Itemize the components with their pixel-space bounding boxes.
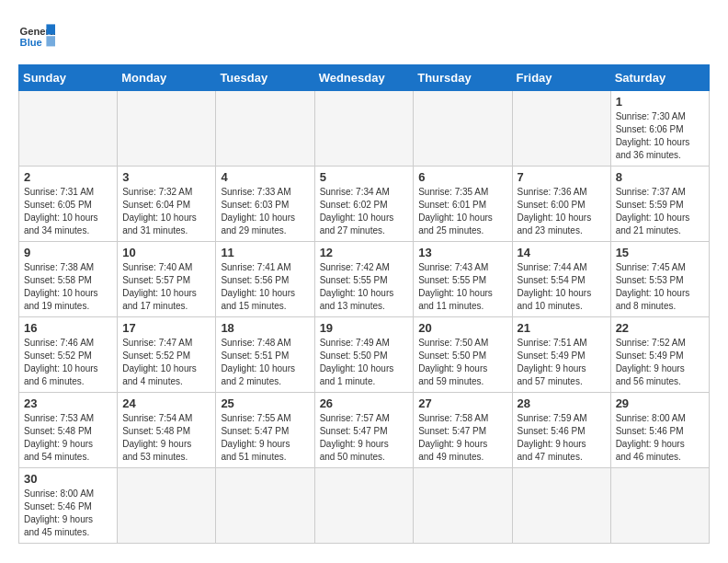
day-number: 20 [418, 321, 506, 335]
day-cell: 3Sunrise: 7:32 AM Sunset: 6:04 PM Daylig… [118, 167, 216, 242]
day-info: Sunrise: 7:32 AM Sunset: 6:04 PM Dayligh… [122, 186, 210, 237]
day-cell [314, 91, 414, 167]
calendar-table: SundayMondayTuesdayWednesdayThursdayFrid… [18, 64, 710, 544]
weekday-header-thursday: Thursday [414, 65, 512, 91]
day-number: 21 [518, 321, 606, 335]
day-number: 13 [418, 246, 506, 259]
day-number: 22 [616, 321, 704, 335]
day-cell [314, 468, 414, 544]
day-number: 14 [518, 246, 606, 259]
day-info: Sunrise: 7:55 AM Sunset: 5:47 PM Dayligh… [221, 412, 309, 464]
day-cell: 5Sunrise: 7:34 AM Sunset: 6:02 PM Daylig… [314, 167, 414, 242]
day-cell [610, 468, 709, 544]
weekday-header-sunday: Sunday [19, 65, 118, 91]
logo-icon: General Blue [18, 18, 55, 55]
day-info: Sunrise: 7:37 AM Sunset: 5:59 PM Dayligh… [616, 186, 704, 237]
day-number: 15 [616, 246, 704, 259]
day-cell [118, 468, 216, 544]
day-number: 7 [518, 170, 606, 184]
day-info: Sunrise: 7:46 AM Sunset: 5:52 PM Dayligh… [24, 337, 112, 388]
day-info: Sunrise: 7:49 AM Sunset: 5:50 PM Dayligh… [320, 337, 409, 388]
day-number: 23 [24, 396, 112, 410]
day-number: 1 [616, 95, 704, 109]
day-cell: 17Sunrise: 7:47 AM Sunset: 5:52 PM Dayli… [118, 317, 216, 393]
day-info: Sunrise: 7:33 AM Sunset: 6:03 PM Dayligh… [221, 186, 309, 237]
day-info: Sunrise: 7:59 AM Sunset: 5:46 PM Dayligh… [518, 412, 606, 464]
day-cell: 27Sunrise: 7:58 AM Sunset: 5:47 PM Dayli… [414, 393, 512, 468]
day-cell [216, 91, 314, 167]
day-cell: 20Sunrise: 7:50 AM Sunset: 5:50 PM Dayli… [414, 317, 512, 393]
day-info: Sunrise: 7:40 AM Sunset: 5:57 PM Dayligh… [122, 261, 210, 313]
day-number: 24 [122, 396, 210, 410]
day-cell [118, 91, 216, 167]
day-number: 30 [24, 472, 112, 486]
day-cell: 30Sunrise: 8:00 AM Sunset: 5:46 PM Dayli… [19, 468, 118, 544]
day-cell: 15Sunrise: 7:45 AM Sunset: 5:53 PM Dayli… [610, 242, 709, 317]
week-row-1: 1Sunrise: 7:30 AM Sunset: 6:06 PM Daylig… [19, 91, 710, 167]
weekday-header-tuesday: Tuesday [216, 65, 314, 91]
day-cell: 8Sunrise: 7:37 AM Sunset: 5:59 PM Daylig… [610, 167, 709, 242]
svg-text:Blue: Blue [20, 37, 42, 48]
day-cell: 7Sunrise: 7:36 AM Sunset: 6:00 PM Daylig… [512, 167, 610, 242]
day-info: Sunrise: 7:54 AM Sunset: 5:48 PM Dayligh… [122, 412, 210, 464]
logo: General Blue [18, 18, 55, 55]
day-cell: 13Sunrise: 7:43 AM Sunset: 5:55 PM Dayli… [414, 242, 512, 317]
day-cell: 14Sunrise: 7:44 AM Sunset: 5:54 PM Dayli… [512, 242, 610, 317]
day-number: 28 [518, 396, 606, 410]
day-number: 25 [221, 396, 309, 410]
day-cell: 22Sunrise: 7:52 AM Sunset: 5:49 PM Dayli… [610, 317, 709, 393]
day-info: Sunrise: 8:00 AM Sunset: 5:46 PM Dayligh… [616, 412, 704, 464]
weekday-header-row: SundayMondayTuesdayWednesdayThursdayFrid… [19, 65, 710, 91]
day-cell: 25Sunrise: 7:55 AM Sunset: 5:47 PM Dayli… [216, 393, 314, 468]
day-number: 19 [320, 321, 409, 335]
week-row-3: 9Sunrise: 7:38 AM Sunset: 5:58 PM Daylig… [19, 242, 710, 317]
day-cell: 24Sunrise: 7:54 AM Sunset: 5:48 PM Dayli… [118, 393, 216, 468]
day-cell: 12Sunrise: 7:42 AM Sunset: 5:55 PM Dayli… [314, 242, 414, 317]
week-row-5: 23Sunrise: 7:53 AM Sunset: 5:48 PM Dayli… [19, 393, 710, 468]
day-info: Sunrise: 7:48 AM Sunset: 5:51 PM Dayligh… [221, 337, 309, 388]
week-row-6: 30Sunrise: 8:00 AM Sunset: 5:46 PM Dayli… [19, 468, 710, 544]
day-cell [216, 468, 314, 544]
day-info: Sunrise: 7:58 AM Sunset: 5:47 PM Dayligh… [418, 412, 506, 464]
day-cell: 21Sunrise: 7:51 AM Sunset: 5:49 PM Dayli… [512, 317, 610, 393]
day-cell: 26Sunrise: 7:57 AM Sunset: 5:47 PM Dayli… [314, 393, 414, 468]
day-info: Sunrise: 7:38 AM Sunset: 5:58 PM Dayligh… [24, 261, 112, 313]
day-number: 27 [418, 396, 506, 410]
day-cell: 10Sunrise: 7:40 AM Sunset: 5:57 PM Dayli… [118, 242, 216, 317]
day-cell [414, 91, 512, 167]
day-cell: 29Sunrise: 8:00 AM Sunset: 5:46 PM Dayli… [610, 393, 709, 468]
day-number: 17 [122, 321, 210, 335]
day-number: 12 [320, 246, 409, 259]
weekday-header-saturday: Saturday [610, 65, 709, 91]
day-number: 26 [320, 396, 409, 410]
day-cell [19, 91, 118, 167]
day-number: 18 [221, 321, 309, 335]
day-info: Sunrise: 7:41 AM Sunset: 5:56 PM Dayligh… [221, 261, 309, 313]
day-number: 3 [122, 170, 210, 184]
day-cell: 6Sunrise: 7:35 AM Sunset: 6:01 PM Daylig… [414, 167, 512, 242]
svg-marker-3 [46, 36, 55, 46]
day-info: Sunrise: 7:51 AM Sunset: 5:49 PM Dayligh… [518, 337, 606, 388]
day-number: 9 [24, 246, 112, 259]
day-cell: 19Sunrise: 7:49 AM Sunset: 5:50 PM Dayli… [314, 317, 414, 393]
day-cell [414, 468, 512, 544]
day-info: Sunrise: 7:36 AM Sunset: 6:00 PM Dayligh… [518, 186, 606, 237]
day-number: 4 [221, 170, 309, 184]
day-number: 11 [221, 246, 309, 259]
day-cell [512, 468, 610, 544]
page-header: General Blue [18, 18, 710, 55]
day-number: 10 [122, 246, 210, 259]
day-cell: 18Sunrise: 7:48 AM Sunset: 5:51 PM Dayli… [216, 317, 314, 393]
day-cell [512, 91, 610, 167]
day-info: Sunrise: 7:30 AM Sunset: 6:06 PM Dayligh… [616, 110, 704, 162]
day-info: Sunrise: 7:53 AM Sunset: 5:48 PM Dayligh… [24, 412, 112, 464]
day-number: 16 [24, 321, 112, 335]
day-info: Sunrise: 7:44 AM Sunset: 5:54 PM Dayligh… [518, 261, 606, 313]
day-number: 6 [418, 170, 506, 184]
week-row-4: 16Sunrise: 7:46 AM Sunset: 5:52 PM Dayli… [19, 317, 710, 393]
day-number: 8 [616, 170, 704, 184]
day-cell: 23Sunrise: 7:53 AM Sunset: 5:48 PM Dayli… [19, 393, 118, 468]
day-cell: 4Sunrise: 7:33 AM Sunset: 6:03 PM Daylig… [216, 167, 314, 242]
day-number: 2 [24, 170, 112, 184]
day-number: 29 [616, 396, 704, 410]
